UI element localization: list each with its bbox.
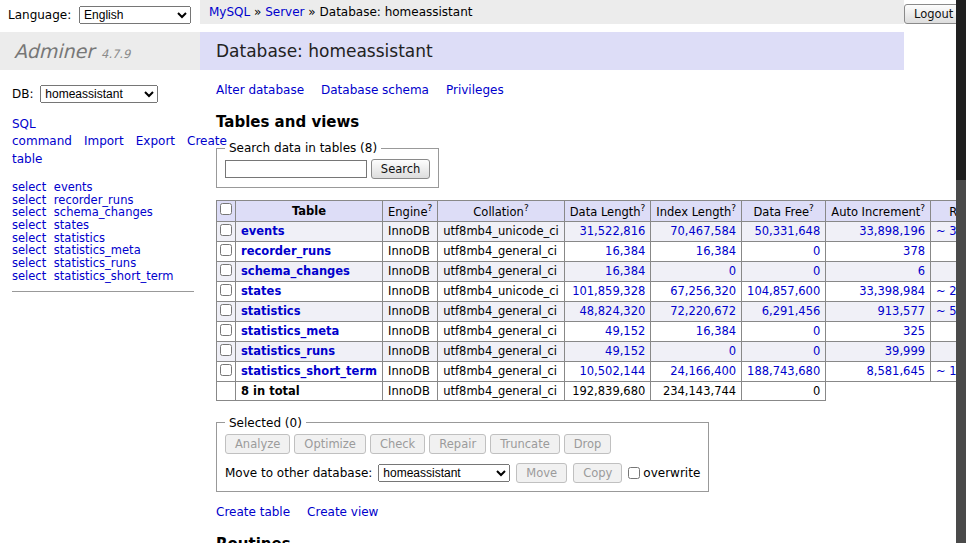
sidebar-action-link[interactable]: Import	[84, 134, 124, 148]
index-length-link[interactable]: 24,166,400	[670, 364, 736, 378]
table-name-link[interactable]: statistics_meta	[241, 324, 339, 338]
sidebar-table-name-link[interactable]: statistics_runs	[54, 256, 136, 270]
engine-cell: InnoDB	[383, 241, 438, 261]
auto-increment-link[interactable]: 325	[903, 324, 925, 338]
sidebar-table-name-link[interactable]: statistics_short_term	[54, 269, 174, 283]
collation-cell: utf8mb4_general_ci	[438, 261, 565, 281]
data-free-link[interactable]: 0	[813, 264, 820, 278]
sidebar-table-name-link[interactable]: states	[54, 218, 89, 232]
table-name-link[interactable]: statistics_runs	[241, 344, 335, 358]
row-checkbox[interactable]	[220, 264, 232, 276]
data-length-link[interactable]: 101,859,328	[572, 284, 645, 298]
data-length-link[interactable]: 49,152	[605, 324, 645, 338]
table-name-link[interactable]: states	[241, 284, 281, 298]
auto-increment-link[interactable]: 913,577	[877, 304, 925, 318]
move-button[interactable]: Move	[516, 463, 567, 483]
optimize-button[interactable]: Optimize	[294, 434, 366, 454]
row-checkbox[interactable]	[220, 244, 232, 256]
select-link[interactable]: select	[12, 256, 46, 270]
move-db-select[interactable]: homeassistant	[378, 464, 510, 482]
row-checkbox[interactable]	[220, 344, 232, 356]
data-free-link[interactable]: 0	[813, 344, 820, 358]
data-length-link[interactable]: 16,384	[605, 264, 645, 278]
auto-increment-link[interactable]: 33,398,984	[859, 284, 925, 298]
sidebar-action-link[interactable]: SQL command	[12, 117, 72, 148]
select-link[interactable]: select	[12, 269, 46, 283]
sidebar-action-link[interactable]: Export	[136, 134, 175, 148]
table-name-cell: events	[236, 221, 383, 241]
row-checkbox[interactable]	[220, 364, 232, 376]
index-length-link[interactable]: 0	[729, 344, 736, 358]
data-length-link[interactable]: 48,824,320	[579, 304, 645, 318]
db-action-link[interactable]: Database schema	[321, 83, 429, 97]
create-link[interactable]: Create view	[307, 505, 378, 519]
row-checkbox[interactable]	[220, 224, 232, 236]
table-name-link[interactable]: statistics_short_term	[241, 364, 377, 378]
table-name-link[interactable]: statistics	[241, 304, 301, 318]
check-button[interactable]: Check	[370, 434, 425, 454]
auto-increment-link[interactable]: 39,999	[885, 344, 925, 358]
breadcrumb-link[interactable]: Server	[265, 5, 304, 19]
repair-button[interactable]: Repair	[429, 434, 486, 454]
row-checkbox[interactable]	[220, 304, 232, 316]
index-length-link[interactable]: 67,256,320	[670, 284, 736, 298]
table-name-link[interactable]: schema_changes	[241, 264, 350, 278]
drop-button[interactable]: Drop	[564, 434, 612, 454]
index-length-link[interactable]: 70,467,584	[670, 224, 736, 238]
language-select[interactable]: English	[79, 6, 191, 24]
data-free-link[interactable]: 0	[813, 244, 820, 258]
auto-increment-link[interactable]: 6	[918, 264, 925, 278]
data-free-link[interactable]: 0	[813, 324, 820, 338]
help-link[interactable]: ?	[920, 203, 925, 213]
app-name: Adminer	[14, 40, 94, 62]
index-length-link[interactable]: 16,384	[696, 244, 736, 258]
data-length-link[interactable]: 10,502,144	[579, 364, 645, 378]
truncate-button[interactable]: Truncate	[490, 434, 560, 454]
column-label: Auto Increment	[831, 205, 920, 219]
page-title: Database: homeassistant	[200, 32, 904, 70]
auto-increment-link[interactable]: 378	[903, 244, 925, 258]
auto-increment-link[interactable]: 33,898,196	[859, 224, 925, 238]
index-length-link[interactable]: 72,220,672	[670, 304, 736, 318]
help-link[interactable]: ?	[641, 203, 646, 213]
data-length-link[interactable]: 49,152	[605, 344, 645, 358]
row-checkbox[interactable]	[220, 324, 232, 336]
search-button[interactable]: Search	[371, 159, 431, 179]
data-free-link[interactable]: 104,857,600	[747, 284, 820, 298]
search-input[interactable]	[225, 160, 367, 178]
table-name-link[interactable]: events	[241, 224, 285, 238]
copy-button[interactable]: Copy	[573, 463, 622, 483]
db-action-link[interactable]: Alter database	[216, 83, 304, 97]
help-link[interactable]: ?	[427, 203, 432, 213]
data-free-link[interactable]: 50,331,648	[754, 224, 820, 238]
create-link[interactable]: Create table	[216, 505, 290, 519]
table-name-link[interactable]: recorder_runs	[241, 244, 331, 258]
total-row: 8 in totalInnoDButf8mb4_general_ci192,83…	[217, 381, 966, 400]
analyze-button[interactable]: Analyze	[225, 434, 290, 454]
index-length-link[interactable]: 0	[729, 264, 736, 278]
help-link[interactable]: ?	[809, 203, 814, 213]
data-length-link[interactable]: 31,522,816	[579, 224, 645, 238]
data-length-cell: 101,859,328	[564, 281, 651, 301]
breadcrumb-link[interactable]: MySQL	[209, 5, 250, 19]
index-length-link[interactable]: 16,384	[696, 324, 736, 338]
db-select[interactable]: homeassistant	[40, 85, 158, 103]
data-length-link[interactable]: 16,384	[605, 244, 645, 258]
scrollbar[interactable]	[956, 0, 966, 543]
scrollbar-thumb[interactable]	[956, 0, 966, 180]
row-checkbox[interactable]	[220, 284, 232, 296]
data-free-link[interactable]: 188,743,680	[747, 364, 820, 378]
overwrite-checkbox[interactable]	[628, 467, 640, 479]
select-link[interactable]: select	[12, 218, 46, 232]
logout-button[interactable]: Logout	[904, 4, 963, 24]
create-links: Create tableCreate view	[216, 505, 940, 519]
total-empty-cell	[217, 381, 236, 400]
data-free-link[interactable]: 6,291,456	[762, 304, 821, 318]
table-row: statistics_metaInnoDButf8mb4_general_ci4…	[217, 321, 966, 341]
auto-increment-link[interactable]: 8,581,645	[867, 364, 926, 378]
auto-increment-cell: 8,581,645	[826, 361, 931, 381]
select-all-checkbox[interactable]	[220, 203, 232, 215]
help-link[interactable]: ?	[731, 203, 736, 213]
db-action-link[interactable]: Privileges	[446, 83, 504, 97]
help-link[interactable]: ?	[524, 203, 529, 213]
